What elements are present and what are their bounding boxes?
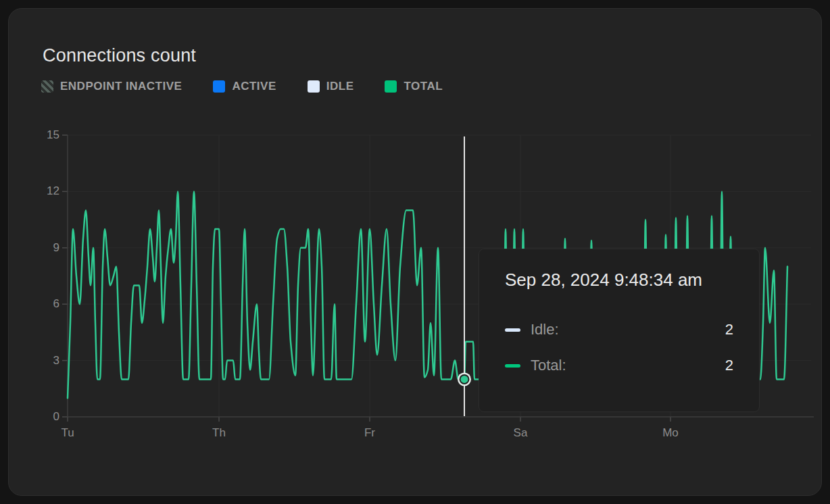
x-axis-label-fr: Fr <box>364 426 375 440</box>
y-axis-label-0: 0 <box>24 410 59 424</box>
tooltip-total-value: 2 <box>725 357 733 374</box>
tooltip-total-dash-icon <box>505 364 520 368</box>
y-axis-label-3: 3 <box>24 354 59 368</box>
tooltip-row-total: Total:2 <box>505 357 733 374</box>
y-axis-label-15: 15 <box>24 128 59 142</box>
tooltip-idle-label: Idle: <box>531 321 559 338</box>
tooltip-row-idle: Idle:2 <box>505 321 733 338</box>
tooltip-idle-value: 2 <box>725 321 733 338</box>
y-axis-label-12: 12 <box>24 184 59 198</box>
x-axis-label-tu: Tu <box>61 426 74 440</box>
y-axis-label-9: 9 <box>24 241 59 255</box>
selected-point-marker <box>460 375 469 384</box>
tooltip-rows: Idle:2Total:2 <box>505 321 733 374</box>
page-background: Connections count ENDPOINT INACTIVEACTIV… <box>0 0 830 504</box>
x-axis-label-th: Th <box>212 426 226 440</box>
chart-tooltip: Sep 28, 2024 9:48:34 am Idle:2Total:2 <box>479 249 760 412</box>
tooltip-total-label: Total: <box>531 357 566 374</box>
x-axis-label-mo: Mo <box>662 426 679 440</box>
tooltip-timestamp: Sep 28, 2024 9:48:34 am <box>505 270 733 291</box>
x-axis-label-sa: Sa <box>514 426 528 440</box>
tooltip-idle-dash-icon <box>505 328 520 332</box>
y-axis-label-6: 6 <box>24 297 59 311</box>
